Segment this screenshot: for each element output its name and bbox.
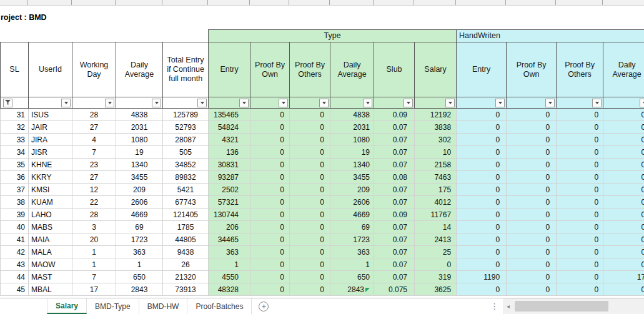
column-header-t_daily_average[interactable]: Daily Average: [330, 42, 374, 97]
cell-sl[interactable]: 35: [1, 159, 29, 171]
sheet-tab-bmd-type[interactable]: BMD-Type: [87, 298, 139, 314]
cell-h_entry[interactable]: 0: [457, 134, 507, 146]
filter-button-total_entry[interactable]: [197, 99, 207, 107]
cell-t_proof_others[interactable]: 0: [290, 258, 330, 271]
cell-working_day[interactable]: 23: [72, 159, 116, 171]
cell-t_proof_own[interactable]: 0: [250, 283, 290, 296]
cell-t_salary[interactable]: 3625: [415, 283, 457, 296]
cell-h_daily_average[interactable]: 0: [603, 221, 644, 233]
cell-t_daily_average[interactable]: 19: [330, 146, 374, 159]
filter-button-working_day[interactable]: [105, 99, 114, 107]
cell-t_proof_others[interactable]: 0: [290, 146, 330, 159]
cell-t_entry[interactable]: 48328: [209, 283, 250, 296]
cell-h_entry[interactable]: 0: [457, 159, 507, 171]
cell-sl[interactable]: 31: [1, 109, 29, 121]
cell-t_slub[interactable]: 0.07: [374, 246, 415, 258]
cell-h_proof_own[interactable]: 0: [507, 121, 557, 134]
cell-total_entry[interactable]: 21320: [163, 271, 209, 283]
cell-userid[interactable]: MBAL: [29, 283, 72, 296]
cell-t_salary[interactable]: 302: [415, 134, 457, 146]
cell-t_entry[interactable]: 34465: [209, 233, 250, 246]
cell-t_salary[interactable]: 3838: [415, 121, 457, 134]
cell-h_proof_own[interactable]: 0: [507, 271, 557, 283]
cell-h_proof_own[interactable]: 0: [507, 159, 557, 171]
cell-userid[interactable]: MALA: [29, 246, 72, 258]
cell-t_slub[interactable]: 0.08: [374, 171, 415, 184]
cell-sl[interactable]: 42: [1, 246, 29, 258]
cell-h_proof_others[interactable]: 0: [557, 171, 603, 184]
cell-t_proof_own[interactable]: 0: [250, 271, 290, 283]
cell-total_entry[interactable]: 26: [163, 258, 209, 271]
cell-daily_average[interactable]: 1340: [116, 159, 163, 171]
cell-t_proof_others[interactable]: 0: [290, 196, 330, 209]
cell-h_daily_average[interactable]: 0: [603, 246, 644, 258]
cell-userid[interactable]: KMSI: [29, 184, 72, 196]
cell-t_proof_others[interactable]: 0: [290, 221, 330, 233]
cell-t_slub[interactable]: 0.07: [374, 134, 415, 146]
cell-working_day[interactable]: 4: [72, 134, 116, 146]
cell-h_proof_own[interactable]: 0: [507, 221, 557, 233]
column-header-t_slub[interactable]: Slub: [374, 42, 415, 97]
cell-working_day[interactable]: 22: [72, 196, 116, 209]
column-header-working_day[interactable]: Working Day: [72, 42, 116, 97]
cell-working_day[interactable]: 3: [72, 221, 116, 233]
cell-t_proof_others[interactable]: 0: [290, 209, 330, 221]
filter-button-h_proof_own[interactable]: [545, 99, 555, 107]
cell-t_proof_own[interactable]: 0: [250, 233, 290, 246]
cell-h_daily_average[interactable]: 0: [603, 171, 644, 184]
cell-total_entry[interactable]: 52793: [163, 121, 209, 134]
cell-h_entry[interactable]: 0: [457, 246, 507, 258]
cell-t_proof_others[interactable]: 0: [290, 121, 330, 134]
cell-t_entry[interactable]: 93287: [209, 171, 250, 184]
column-header-t_entry[interactable]: Entry: [209, 42, 250, 97]
cell-userid[interactable]: ISUS: [29, 109, 72, 121]
cell-t_salary[interactable]: 175: [415, 184, 457, 196]
cell-t_proof_own[interactable]: 0: [250, 146, 290, 159]
filter-button-userid[interactable]: [61, 99, 71, 107]
cell-h_proof_others[interactable]: 0: [557, 209, 603, 221]
column-header-h_proof_own[interactable]: Proof By Own: [507, 42, 557, 97]
cell-h_daily_average[interactable]: 0: [603, 121, 644, 134]
cell-userid[interactable]: KUAM: [29, 196, 72, 209]
cell-h_entry[interactable]: 0: [457, 109, 507, 121]
cell-sl[interactable]: 36: [1, 171, 29, 184]
cell-h_daily_average[interactable]: 0: [603, 109, 644, 121]
filter-button-t_slub[interactable]: [404, 99, 413, 107]
cell-h_daily_average[interactable]: 0: [603, 233, 644, 246]
section-header-handwriten[interactable]: HandWriten: [457, 30, 644, 42]
filter-button-sl[interactable]: [3, 99, 12, 107]
cell-total_entry[interactable]: 67743: [163, 196, 209, 209]
scroll-left-arrow[interactable]: ◂: [503, 303, 513, 310]
cell-h_proof_others[interactable]: 0: [557, 271, 603, 283]
cell-working_day[interactable]: 17: [72, 283, 116, 296]
cell-t_salary[interactable]: 2158: [415, 159, 457, 171]
cell-h_proof_own[interactable]: 0: [507, 246, 557, 258]
cell-sl[interactable]: 44: [1, 271, 29, 283]
cell-h_daily_average[interactable]: 0: [603, 283, 644, 296]
cell-t_salary[interactable]: 2413: [415, 233, 457, 246]
cell-working_day[interactable]: 1: [72, 246, 116, 258]
cell-t_proof_others[interactable]: 0: [290, 171, 330, 184]
scrollbar-thumb[interactable]: [515, 301, 608, 312]
cell-t_daily_average[interactable]: 1: [330, 258, 374, 271]
cell-daily_average[interactable]: 19: [116, 146, 163, 159]
cell-h_proof_own[interactable]: 0: [507, 196, 557, 209]
cell-working_day[interactable]: 20: [72, 233, 116, 246]
cell-userid[interactable]: KKRY: [29, 171, 72, 184]
cell-t_daily_average[interactable]: 1080: [330, 134, 374, 146]
column-header-daily_average[interactable]: Daily Average: [116, 42, 163, 97]
cell-sl[interactable]: 32: [1, 121, 29, 134]
cell-t_daily_average[interactable]: 3455: [330, 171, 374, 184]
cell-t_slub[interactable]: 0.07: [374, 233, 415, 246]
cell-total_entry[interactable]: 73913: [163, 283, 209, 296]
cell-userid[interactable]: MAOW: [29, 258, 72, 271]
cell-h_proof_others[interactable]: 0: [557, 159, 603, 171]
filter-button-h_proof_others[interactable]: [592, 99, 602, 107]
cell-t_proof_others[interactable]: 0: [290, 246, 330, 258]
filter-button-t_proof_others[interactable]: [319, 99, 329, 107]
cell-h_proof_others[interactable]: 0: [557, 258, 603, 271]
cell-daily_average[interactable]: 3455: [116, 171, 163, 184]
cell-t_proof_others[interactable]: 0: [290, 271, 330, 283]
cell-h_daily_average[interactable]: 0: [603, 159, 644, 171]
cell-t_proof_own[interactable]: 0: [250, 221, 290, 233]
